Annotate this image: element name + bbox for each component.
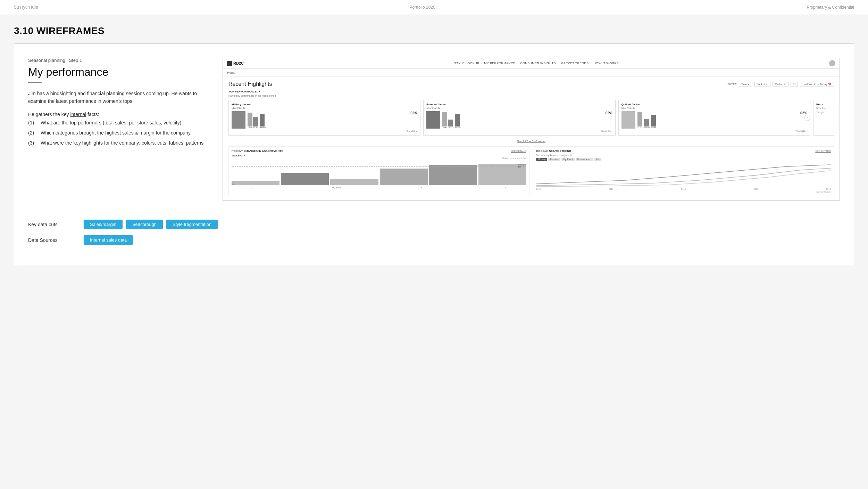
list-num: (1) [28,119,36,127]
tag-zipfront[interactable]: Zip Front [561,158,575,161]
bar-chart-labels: A My Brand B C [232,187,526,189]
mockup-filters: FILTER Sale ▼ Jacket ▼ Online ☑ ☐ Last W… [727,82,834,87]
product-name-1: Military Jacket [232,103,417,106]
product-name-2: Bomber Jacket [426,103,612,106]
product-name-3: Quilted Jacket [621,103,807,106]
highlights-title: Recent Highlights [228,81,272,87]
bar-label-e [443,187,484,189]
logo-text: RD2C [233,61,244,65]
list-item: (1) What are the top performers (total s… [28,119,209,127]
filter-sale[interactable]: Sale ▼ [739,82,752,87]
bottom-section: Key data cuts Sales/margin Sell-through … [28,211,840,251]
facts-intro: He gathers the key internal facts: [28,112,209,117]
tag-internal-sales[interactable]: Internal sales data [84,235,133,245]
tag-sell-through[interactable]: Sell-through [126,220,163,229]
tag-bomber[interactable]: Bomber [548,158,560,161]
dropdown-arrow: ▼ [258,90,261,93]
mockup-body: Recent Highlights FILTER Sale ▼ Jacket ▼… [223,77,840,200]
google-tags: Military Bomber Zip Front Embroidered Fi… [536,158,831,161]
bar-label: 500 [443,127,446,129]
bar-label-a: A [232,187,273,189]
google-header: GOOGLE SEARCH TREND SEE DETAILS [536,149,831,153]
next-carousel-button[interactable]: › [804,115,810,121]
assortments-see-details[interactable]: SEE DETAILS [511,150,526,152]
mockup-avatar [829,60,835,66]
highlights-header: Recent Highlights FILTER Sale ▼ Jacket ▼… [228,81,834,87]
bar-a [232,181,279,185]
step-label: Seasonal planning | Step 1 [28,58,209,63]
partial-note: Tonight… [816,111,831,114]
bar-label-mybrand: My Brand [316,187,357,189]
top-performance-text: TOP PERFORMANCE [228,90,257,93]
filter-jacket[interactable]: Jacket ▼ [754,82,770,87]
see-all-link[interactable]: See All Top Performers [228,140,834,143]
x-label-2010: 2010 [536,188,541,190]
bar-group: 62 [448,120,453,129]
chart-bars-3: FOG Last wk Week [637,111,798,129]
bar-label-f: C [485,187,526,189]
assortments-title-text: RECENT CHANGES IN ASSORTMENTS [232,149,283,153]
tag-filt[interactable]: Filt [594,158,601,161]
x-label-2016: 2016 [754,188,758,190]
bar-c [330,179,378,185]
bar-d [380,169,428,185]
bar-label: 100 [248,127,252,129]
line-chart-svg [536,163,831,187]
list-num: (2) [28,129,36,137]
product-content-2: 500 62 Last wk [426,111,612,129]
filter-online[interactable]: Online ☑ [773,82,788,87]
bar-2 [253,117,258,127]
bar-group: Last wk [643,119,650,129]
facts-list: (1) What are the top performers (total s… [28,119,209,147]
percentage-1: 62% [410,111,417,115]
bar-group: Week [651,115,656,129]
google-section: GOOGLE SEARCH TREND SEE DETAILS Top tren… [533,146,834,196]
card-content: Seasonal planning | Step 1 My performanc… [28,58,840,201]
filter-checkbox[interactable]: ☐ [791,82,798,87]
nav-item-style: STYLE LOOKUP [454,62,479,65]
bar-label: Last wk [453,127,460,129]
google-see-details[interactable]: SEE DETAILS [815,150,831,152]
list-text: Which categories brought the highest sal… [41,129,191,137]
x-label-2018: 2018 [826,188,831,190]
google-subtitle: Top trending keywords on jackets [536,154,831,156]
assortments-dropdown[interactable]: Jackets ▼ [232,154,526,157]
google-x-labels: 2010 2012 2014 2016 2018 [536,188,831,190]
tag-embroidered[interactable]: Embroidered [576,158,593,161]
jacket-image-3 [621,111,635,129]
bar-group: Last wk [453,114,460,129]
bar-3 [260,114,265,127]
filter-date[interactable]: Last Week → Today 📅 [800,82,834,87]
main-card: Seasonal planning | Step 1 My performanc… [14,43,854,265]
page-header: Su Hyun Kim Portfolio 2020 Proprietary &… [0,0,868,15]
chart-bars-2: 500 62 Last wk [442,111,603,129]
top-performance-label: TOP PERFORMANCE ▼ [228,90,834,93]
bar-e [429,165,477,185]
assortments-title: RECENT CHANGES IN ASSORTMENTS [232,149,283,153]
nav-item-how: HOW IT WORKS [593,62,618,65]
page-title: 3.10 WIREFRAMES [14,25,854,36]
tag-style-fragmentation[interactable]: Style fragmentation [166,220,218,229]
bar-group: Last wk [259,114,266,129]
list-text: What are the top performers (total sales… [41,119,181,127]
zero-label: 0% [232,183,235,185]
assortments-bar-chart: Average1% 0% [232,161,526,185]
mockup-container: RD2C STYLE LOOKUP MY PERFORMANCE CONSUME… [223,58,840,201]
bar-3 [651,115,656,127]
product-content-3: FOG Last wk Week [621,111,807,129]
chart-bars-1: 100 FOG Last wk [248,111,408,129]
product-name-partial: Embr… [816,103,831,106]
assortments-dropdown-text: Jackets [232,154,242,157]
avg-label: Average1% [518,164,526,168]
bar-2 [644,119,649,127]
bar-label: Last wk [643,127,650,129]
list-item: (3) What were the key highlights for the… [28,139,209,147]
mockup-nav-items: STYLE LOOKUP MY PERFORMANCE CONSUMER INS… [249,62,824,65]
bar-2 [448,120,453,127]
product-card-3: Quilted Jacket SKU #12442 FOG [618,100,810,136]
google-title: GOOGLE SEARCH TREND [536,149,571,153]
description-text: Jim has a hindsighting and financial pla… [28,90,209,105]
bar-1 [248,113,252,127]
tag-military[interactable]: Military [536,158,547,161]
tag-sales-margin[interactable]: Sales/margin [84,220,123,229]
